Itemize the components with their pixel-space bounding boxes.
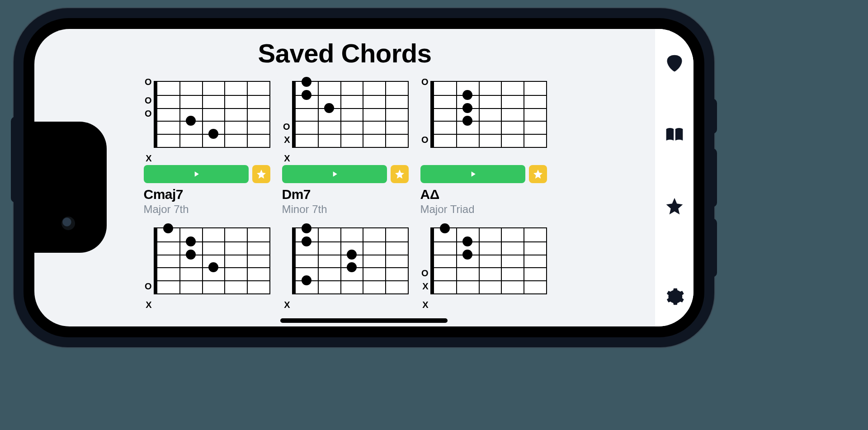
open-mute-mark	[282, 267, 292, 280]
finger-dot	[302, 236, 311, 246]
phone-side-button	[711, 99, 717, 134]
phone-volume-down	[711, 218, 717, 277]
finger-dot	[163, 223, 173, 233]
nav-pick[interactable]	[665, 53, 684, 75]
open-mute-mark: O	[144, 107, 154, 120]
play-button[interactable]	[282, 165, 387, 183]
open-mute-mark	[144, 222, 154, 235]
star-icon	[394, 169, 405, 180]
open-mute-mark	[282, 254, 292, 267]
chord-card[interactable]: OOOXCmaj7Major 7th	[144, 81, 270, 216]
chord-type: Minor 7th	[282, 203, 409, 216]
phone-bezel: Saved Chords OOOXCmaj7Major 7thOXXDm7Min…	[24, 18, 704, 337]
finger-dot	[302, 77, 311, 87]
home-indicator[interactable]	[280, 318, 448, 323]
phone-side-switch	[11, 117, 17, 203]
star-icon	[533, 169, 543, 180]
open-mute-mark	[282, 280, 292, 293]
chord-diagram: OX	[144, 227, 270, 306]
play-icon	[192, 170, 201, 179]
fretboard	[430, 227, 547, 294]
chord-actions	[144, 165, 270, 183]
open-mute-mark	[144, 267, 154, 280]
open-mute-mark: O	[144, 94, 154, 107]
open-mute-mark	[282, 241, 292, 254]
finger-dot	[186, 250, 196, 260]
chord-card[interactable]: OOAΔMajor Triad	[420, 81, 547, 216]
play-icon	[468, 170, 477, 179]
chord-name: Dm7	[282, 187, 409, 202]
open-mute-mark	[282, 222, 292, 235]
finger-dot	[302, 275, 311, 285]
open-mute-mark	[420, 254, 430, 267]
finger-dot	[462, 116, 472, 126]
open-mute-marks: OXX	[282, 81, 292, 160]
nav-settings[interactable]	[665, 287, 684, 308]
finger-dot	[302, 90, 311, 100]
phone-power-button	[219, 11, 278, 17]
chord-type: Major 7th	[144, 203, 270, 216]
chord-card[interactable]: OX	[144, 227, 270, 306]
nav-saved[interactable]	[665, 196, 684, 218]
open-mute-marks: OX	[144, 227, 154, 306]
open-mute-mark: O	[144, 76, 154, 89]
open-mute-mark: O	[282, 120, 292, 133]
chord-card[interactable]: OXXDm7Minor 7th	[282, 81, 409, 216]
chord-diagram: X	[282, 227, 409, 306]
favorite-button[interactable]	[529, 165, 547, 183]
finger-dot	[462, 250, 472, 260]
gear-icon	[665, 287, 684, 307]
open-mute-mark	[144, 133, 154, 146]
open-mute-mark	[282, 107, 292, 120]
open-mute-mark: X	[282, 152, 292, 165]
chord-diagram: OO	[420, 81, 547, 160]
fretboard	[154, 81, 270, 148]
open-mute-mark	[282, 94, 292, 107]
play-button[interactable]	[144, 165, 249, 183]
fretboard	[292, 81, 409, 148]
nav-library[interactable]	[665, 125, 684, 146]
page-title: Saved Chords	[34, 38, 655, 68]
finger-dot	[440, 223, 450, 233]
sidebar	[655, 29, 693, 326]
finger-dot	[324, 103, 334, 113]
open-mute-mark	[282, 76, 292, 89]
chord-diagram: OOOX	[144, 81, 270, 160]
finger-dot	[462, 103, 472, 113]
favorite-button[interactable]	[252, 165, 270, 183]
play-button[interactable]	[420, 165, 525, 183]
chord-card[interactable]: X	[282, 227, 409, 306]
chord-diagram: OXX	[420, 227, 547, 306]
open-mute-mark: X	[282, 133, 292, 146]
open-mute-mark	[420, 107, 430, 120]
open-mute-mark	[420, 241, 430, 254]
chord-grid: OOOXCmaj7Major 7thOXXDm7Minor 7thOOAΔMaj…	[144, 81, 546, 306]
finger-dot	[462, 236, 472, 246]
finger-dot	[302, 223, 311, 233]
chord-name: AΔ	[420, 187, 547, 202]
finger-dot	[186, 116, 196, 126]
finger-dot	[462, 90, 472, 100]
finger-dot	[208, 262, 218, 272]
favorite-button[interactable]	[391, 165, 409, 183]
finger-dot	[347, 250, 357, 260]
chord-card[interactable]: OXX	[420, 227, 547, 306]
open-mute-marks: OO	[420, 81, 430, 160]
open-mute-mark	[420, 222, 430, 235]
chord-diagram: OXX	[282, 81, 409, 160]
open-mute-mark	[144, 120, 154, 133]
open-mute-marks: OOOX	[144, 81, 154, 160]
open-mute-mark: O	[420, 267, 430, 280]
screen: Saved Chords OOOXCmaj7Major 7thOXXDm7Min…	[34, 29, 693, 326]
chord-name: Cmaj7	[144, 187, 270, 202]
fretboard	[292, 227, 409, 294]
open-mute-mark: X	[282, 298, 292, 312]
finger-dot	[186, 236, 196, 246]
open-mute-mark	[144, 241, 154, 254]
open-mute-mark: X	[420, 280, 430, 293]
main-content: Saved Chords OOOXCmaj7Major 7thOXXDm7Min…	[34, 29, 655, 326]
open-mute-mark: X	[144, 152, 154, 165]
open-mute-mark	[420, 120, 430, 133]
phone-frame: Saved Chords OOOXCmaj7Major 7thOXXDm7Min…	[14, 8, 714, 347]
fretboard	[154, 227, 270, 294]
